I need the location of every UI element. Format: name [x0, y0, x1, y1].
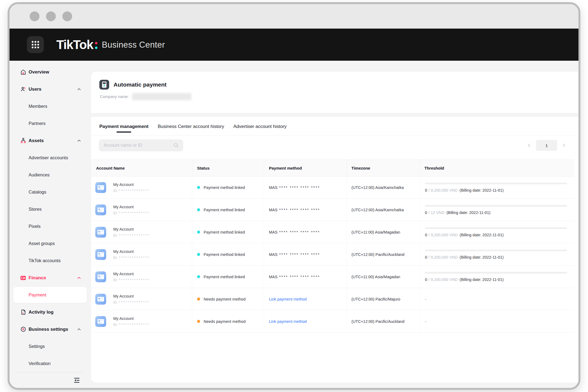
sidebar-nav: Overview Users Members Partners Assets A…: [10, 63, 91, 372]
panel-gap: [91, 113, 578, 117]
next-page-button[interactable]: [562, 143, 566, 148]
window-control-dot[interactable]: [30, 11, 39, 21]
sidebar-item-settings[interactable]: Settings: [10, 338, 91, 355]
grid-icon: [30, 40, 40, 50]
chevron-up-icon[interactable]: [77, 138, 81, 143]
tiktok-wordmark: TikTok: [56, 37, 93, 52]
table-row: My Account ID:************** Payment met…: [91, 243, 574, 266]
sidebar-item-assets[interactable]: Assets: [10, 132, 91, 149]
status-cell: Payment method linked: [192, 199, 264, 221]
finance-icon: [20, 275, 26, 281]
account-cell: My Account ID:**************: [91, 310, 192, 332]
timezone-cell: (UTC+12:00) Asia/Kamchatka: [346, 176, 419, 198]
status-cell: Payment method linked: [192, 266, 264, 288]
threshold-cell: 0/ 9,200,000 VND(Billing date: 2022-11-0…: [419, 266, 574, 288]
threshold-empty: -: [425, 297, 567, 301]
payment-method-cell: Link payment method: [264, 310, 346, 332]
sidebar-item-tiktok-accounts[interactable]: TikTok accounts: [10, 252, 91, 269]
search-input[interactable]: [103, 143, 171, 148]
current-page[interactable]: 1: [536, 140, 557, 151]
account-search: [99, 139, 183, 151]
timezone-value: (UTC+12:00) Asia/Kamchatka: [351, 208, 404, 212]
account-cell: My Account ID:**************: [91, 243, 192, 265]
sidebar-item-verification[interactable]: Verification: [10, 355, 91, 372]
status-label: Payment method linked: [204, 275, 245, 279]
assets-icon: [20, 137, 26, 144]
tab-advertiser-account-history[interactable]: Advertiser account history: [233, 117, 287, 135]
account-icon: [95, 249, 106, 260]
search-icon: [173, 143, 179, 148]
account-name: My Account: [113, 316, 149, 321]
payment-method-cell: MAS**** **** **** ****: [264, 176, 346, 198]
sidebar-item-overview[interactable]: Overview: [10, 63, 91, 81]
sidebar-item-users[interactable]: Users: [10, 81, 91, 98]
sidebar-item-payment[interactable]: Payment: [10, 286, 91, 304]
threshold-progress-bar: [425, 183, 567, 184]
masked-card-number: MAS**** **** **** ****: [269, 185, 320, 190]
window-control-dot[interactable]: [46, 11, 56, 21]
payment-method-cell: MAS**** **** **** ****: [264, 221, 346, 243]
company-name-label: Company name:: [100, 94, 129, 99]
account-name: My Account: [113, 272, 149, 276]
top-app-bar: TikTok Business Center: [10, 29, 578, 61]
sidebar-item-stores[interactable]: Stores: [10, 201, 91, 218]
status-dot: [197, 253, 200, 256]
threshold-progress-bar: [425, 227, 567, 229]
sidebar-item-audiences[interactable]: Audiences: [10, 166, 91, 183]
pagination: 1: [527, 140, 566, 151]
table-row: My Account ID:************** Needs payme…: [91, 288, 574, 310]
payment-method-cell: Link payment method: [264, 288, 346, 310]
status-label: Payment method linked: [204, 230, 245, 234]
window-titlebar: [10, 4, 578, 29]
link-payment-method-link[interactable]: Link payment method: [269, 319, 307, 324]
tiktok-colon-icon: [95, 42, 97, 49]
sidebar-item-advertiser-accounts[interactable]: Advertiser accounts: [10, 149, 91, 166]
account-name: My Account: [113, 294, 149, 298]
payment-method-cell: MAS**** **** **** ****: [264, 266, 346, 288]
account-cell: My Account ID:**************: [91, 199, 192, 221]
chevron-up-icon[interactable]: [77, 327, 81, 332]
column-header-threshold: Threshold: [419, 160, 574, 176]
account-id: ID:**************: [113, 323, 149, 327]
timezone-cell: (UTC+11:00) Asia/Magadan: [346, 266, 419, 288]
sidebar-item-finance[interactable]: Finance: [10, 269, 91, 286]
sidebar-item-partners[interactable]: Partners: [10, 115, 91, 132]
status-dot: [197, 208, 200, 211]
sidebar-item-business-settings[interactable]: Business settings: [10, 321, 91, 338]
column-header-payment-method: Payment method: [264, 160, 346, 176]
sidebar-item-activity-log[interactable]: Activity log: [10, 304, 91, 321]
tab-business-center-account-history[interactable]: Business Center account history: [157, 117, 225, 135]
threshold-progress-bar: [425, 250, 567, 251]
app-grid-button[interactable]: [27, 36, 44, 53]
status-cell: Payment method linked: [192, 176, 264, 198]
prev-page-button[interactable]: [527, 143, 532, 148]
sidebar-item-catalogs[interactable]: Catalogs: [10, 183, 91, 201]
accounts-table: Account NameStatusPayment methodTimezone…: [91, 160, 574, 333]
timezone-cell: (UTC+12:00) Pacific/Auckland: [346, 310, 419, 332]
brand-logo: TikTok Business Center: [56, 37, 165, 52]
timezone-value: (UTC+11:00) Asia/Magadan: [351, 275, 400, 279]
sidebar-collapse-button[interactable]: [73, 377, 80, 384]
link-payment-method-link[interactable]: Link payment method: [269, 297, 307, 301]
status-cell: Needs payment method: [192, 288, 264, 310]
account-icon: [95, 316, 106, 327]
main-area: Automatic payment Company name: Payment …: [91, 61, 578, 388]
sidebar-item-asset-groups[interactable]: Asset groups: [10, 235, 91, 252]
account-name: My Account: [113, 227, 149, 231]
masked-card-number: MAS**** **** **** ****: [269, 252, 320, 257]
timezone-value: (UTC+11:00) Asia/Magadan: [351, 230, 400, 234]
status-label: Needs payment method: [204, 319, 246, 324]
chevron-up-icon[interactable]: [77, 87, 81, 91]
status-dot: [197, 231, 200, 234]
chevron-up-icon[interactable]: [77, 275, 81, 280]
automatic-payment-icon: [99, 80, 109, 90]
users-icon: [20, 86, 26, 93]
payment-method-cell: MAS**** **** **** ****: [264, 243, 346, 265]
sidebar-item-members[interactable]: Members: [10, 98, 91, 115]
window-control-dot[interactable]: [62, 11, 72, 21]
tab-payment-management[interactable]: Payment management: [99, 117, 149, 135]
threshold-cell: 0/ 9,200,000 VND(Billing date: 2022-11-0…: [419, 176, 574, 198]
sidebar-item-pixels[interactable]: Pixels: [10, 218, 91, 235]
page-header-panel: Automatic payment Company name:: [91, 72, 578, 113]
account-id: ID:**************: [113, 278, 149, 282]
